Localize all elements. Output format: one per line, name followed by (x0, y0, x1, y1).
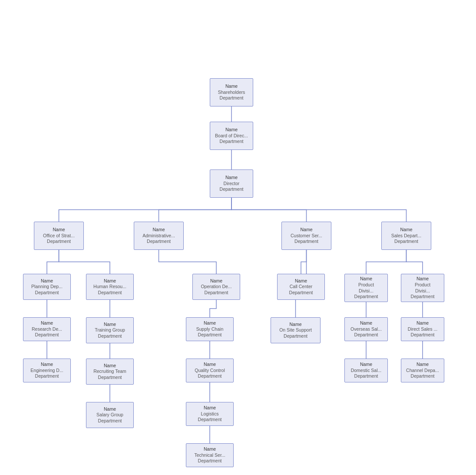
node-director: NameDirectorDepartment (210, 169, 253, 198)
node-name-operation_de: Name (210, 278, 222, 284)
node-box-recruiting: NameRecruiting TeamDepartment (86, 359, 134, 385)
node-box-operation_de: NameOperation De...Department (192, 274, 240, 300)
node-box-channel: NameChannel Depa...Department (401, 359, 444, 382)
node-office_strat: NameOffice of Strat...Department (34, 222, 84, 250)
node-box-director: NameDirectorDepartment (210, 169, 253, 198)
node-name-call_center: Name (295, 278, 307, 284)
node-name-sales_dept: Name (400, 227, 412, 233)
node-box-technical: NameTechnical Ser...Department (186, 443, 234, 467)
node-name-logistics: Name (204, 405, 216, 411)
node-box-quality: NameQuality ControlDepartment (186, 359, 234, 382)
node-box-product_div1: NameProductDivisi...Department (344, 274, 388, 302)
node-name-recruiting: Name (104, 363, 116, 369)
node-call_center: NameCall CenterDepartment (277, 274, 325, 300)
node-name-product_div2: Name (416, 276, 429, 282)
node-engineering: NameEngineering D...Department (23, 359, 71, 382)
node-name-administrative: Name (152, 227, 165, 233)
node-logistics: NameLogisticsDepartment (186, 402, 234, 426)
node-product_div2: NameProductDivisi...Department (401, 274, 444, 302)
node-human_resou: NameHuman Resou...Department (86, 274, 134, 300)
node-channel: NameChannel Depa...Department (401, 359, 444, 382)
node-technical: NameTechnical Ser...Department (186, 443, 234, 467)
node-name-research: Name (41, 320, 53, 326)
node-product_div1: NameProductDivisi...Department (344, 274, 388, 302)
node-board: NameBoard of Direc...Department (210, 122, 253, 150)
node-customer_ser: NameCustomer Ser...Department (281, 222, 331, 250)
node-name-customer_ser: Name (300, 227, 312, 233)
node-name-domestic: Name (360, 362, 372, 368)
node-box-salary: NameSalary GroupDepartment (86, 402, 134, 428)
node-domestic: NameDomestic Sal...Department (344, 359, 388, 382)
node-name-director: Name (225, 175, 238, 181)
node-name-channel: Name (416, 362, 429, 368)
node-name-quality: Name (204, 362, 216, 368)
node-box-research: NameResearch De...Department (23, 317, 71, 341)
node-on_site: NameOn Site SupportDepartment (271, 317, 321, 343)
node-research: NameResearch De...Department (23, 317, 71, 341)
node-shareholders: NameShareholdersDepartment (210, 78, 253, 106)
node-box-administrative: NameAdministrative...Department (134, 222, 184, 250)
node-name-direct_sales: Name (416, 320, 429, 326)
node-name-shareholders: Name (225, 83, 238, 90)
node-planning: NamePlanning Dep...Department (23, 274, 71, 300)
node-box-on_site: NameOn Site SupportDepartment (271, 317, 321, 343)
node-box-sales_dept: NameSales Depart...Department (381, 222, 431, 250)
node-name-office_strat: Name (53, 227, 65, 233)
node-box-planning: NamePlanning Dep...Department (23, 274, 71, 300)
node-supply_chain: NameSupply ChainDepartment (186, 317, 234, 341)
node-box-engineering: NameEngineering D...Department (23, 359, 71, 382)
node-sales_dept: NameSales Depart...Department (381, 222, 431, 250)
node-box-training: NameTraining GroupDepartment (86, 317, 134, 343)
node-name-technical: Name (204, 446, 216, 452)
node-box-domestic: NameDomestic Sal...Department (344, 359, 388, 382)
node-name-salary: Name (104, 406, 116, 412)
node-training: NameTraining GroupDepartment (86, 317, 134, 343)
node-box-overseas: NameOverseas Sal...Department (344, 317, 388, 341)
node-name-supply_chain: Name (204, 320, 216, 326)
node-recruiting: NameRecruiting TeamDepartment (86, 359, 134, 385)
node-box-direct_sales: NameDirect Sales ...Department (401, 317, 444, 341)
node-box-supply_chain: NameSupply ChainDepartment (186, 317, 234, 341)
node-name-overseas: Name (360, 320, 372, 326)
node-salary: NameSalary GroupDepartment (86, 402, 134, 428)
node-name-human_resou: Name (104, 278, 116, 284)
node-name-board: Name (225, 127, 238, 133)
node-box-board: NameBoard of Direc...Department (210, 122, 253, 150)
node-administrative: NameAdministrative...Department (134, 222, 184, 250)
org-chart: NameShareholdersDepartmentNameBoard of D… (10, 22, 466, 475)
node-operation_de: NameOperation De...Department (192, 274, 240, 300)
node-name-on_site: Name (289, 322, 301, 328)
node-box-office_strat: NameOffice of Strat...Department (34, 222, 84, 250)
node-name-product_div1: Name (360, 276, 372, 282)
node-direct_sales: NameDirect Sales ...Department (401, 317, 444, 341)
node-box-logistics: NameLogisticsDepartment (186, 402, 234, 426)
node-overseas: NameOverseas Sal...Department (344, 317, 388, 341)
node-name-engineering: Name (41, 362, 53, 368)
node-box-shareholders: NameShareholdersDepartment (210, 78, 253, 106)
node-box-human_resou: NameHuman Resou...Department (86, 274, 134, 300)
node-box-product_div2: NameProductDivisi...Department (401, 274, 444, 302)
node-name-planning: Name (41, 278, 53, 284)
node-name-training: Name (104, 322, 116, 328)
node-box-customer_ser: NameCustomer Ser...Department (281, 222, 331, 250)
node-quality: NameQuality ControlDepartment (186, 359, 234, 382)
node-box-call_center: NameCall CenterDepartment (277, 274, 325, 300)
